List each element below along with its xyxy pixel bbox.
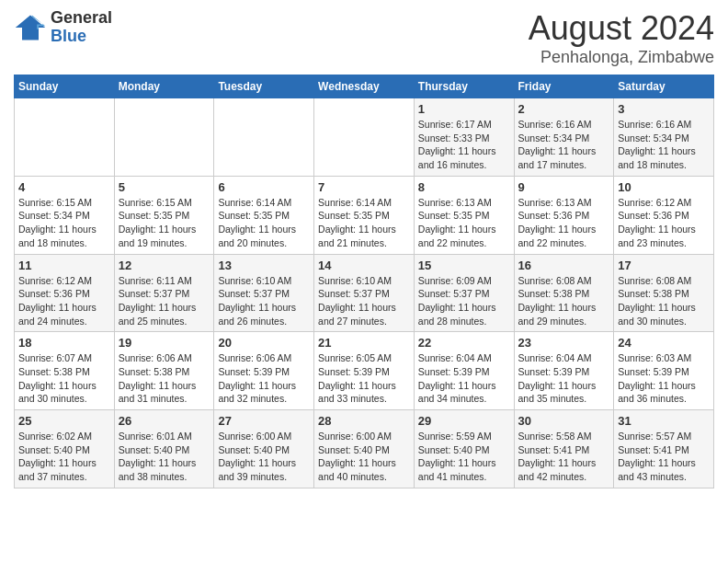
day-info: Sunrise: 5:59 AM Sunset: 5:40 PM Dayligh…: [418, 430, 510, 484]
day-info: Sunrise: 6:00 AM Sunset: 5:40 PM Dayligh…: [218, 430, 310, 484]
calendar-cell: 26Sunrise: 6:01 AM Sunset: 5:40 PM Dayli…: [114, 410, 214, 488]
calendar-week-row: 4Sunrise: 6:15 AM Sunset: 5:34 PM Daylig…: [15, 176, 714, 254]
calendar-week-row: 1Sunrise: 6:17 AM Sunset: 5:33 PM Daylig…: [15, 98, 714, 177]
day-info: Sunrise: 6:07 AM Sunset: 5:38 PM Dayligh…: [18, 351, 110, 406]
day-number: 20: [218, 336, 310, 350]
logo: General Blue: [14, 9, 112, 46]
day-number: 14: [318, 259, 410, 272]
day-number: 31: [618, 414, 710, 428]
logo-text: General Blue: [51, 9, 112, 46]
calendar-cell: [15, 98, 115, 177]
day-number: 29: [418, 414, 510, 428]
day-number: 16: [518, 259, 610, 272]
calendar-week-row: 25Sunrise: 6:02 AM Sunset: 5:40 PM Dayli…: [15, 410, 714, 488]
calendar-cell: 7Sunrise: 6:14 AM Sunset: 5:35 PM Daylig…: [314, 176, 415, 254]
logo-general: General: [51, 9, 112, 28]
day-number: 28: [318, 414, 410, 428]
day-info: Sunrise: 6:16 AM Sunset: 5:34 PM Dayligh…: [518, 118, 610, 172]
day-number: 30: [518, 414, 610, 428]
calendar-cell: 30Sunrise: 5:58 AM Sunset: 5:41 PM Dayli…: [514, 410, 614, 488]
page-header: General Blue August 2024 Penhalonga, Zim…: [14, 9, 714, 67]
day-info: Sunrise: 6:09 AM Sunset: 5:37 PM Dayligh…: [418, 274, 510, 328]
weekday-header-tuesday: Tuesday: [214, 75, 314, 98]
day-info: Sunrise: 6:12 AM Sunset: 5:36 PM Dayligh…: [618, 196, 710, 250]
calendar-cell: 13Sunrise: 6:10 AM Sunset: 5:37 PM Dayli…: [214, 254, 314, 332]
calendar-cell: 27Sunrise: 6:00 AM Sunset: 5:40 PM Dayli…: [214, 410, 314, 488]
day-number: 27: [218, 414, 310, 428]
day-number: 21: [318, 336, 410, 350]
calendar-cell: 21Sunrise: 6:05 AM Sunset: 5:39 PM Dayli…: [314, 332, 415, 410]
calendar-header: SundayMondayTuesdayWednesdayThursdayFrid…: [15, 75, 714, 98]
day-info: Sunrise: 6:13 AM Sunset: 5:36 PM Dayligh…: [518, 196, 610, 250]
day-info: Sunrise: 5:57 AM Sunset: 5:41 PM Dayligh…: [618, 430, 710, 484]
day-number: 4: [18, 180, 110, 194]
day-info: Sunrise: 6:14 AM Sunset: 5:35 PM Dayligh…: [318, 196, 410, 250]
day-info: Sunrise: 6:06 AM Sunset: 5:38 PM Dayligh…: [119, 351, 210, 406]
day-number: 10: [618, 180, 710, 194]
calendar-cell: 12Sunrise: 6:11 AM Sunset: 5:37 PM Dayli…: [114, 254, 214, 332]
day-info: Sunrise: 6:05 AM Sunset: 5:39 PM Dayligh…: [318, 351, 410, 406]
weekday-header-friday: Friday: [514, 75, 614, 98]
day-number: 5: [119, 180, 210, 194]
calendar-cell: 8Sunrise: 6:13 AM Sunset: 5:35 PM Daylig…: [414, 176, 514, 254]
day-info: Sunrise: 6:11 AM Sunset: 5:37 PM Dayligh…: [119, 274, 210, 328]
calendar-cell: 28Sunrise: 6:00 AM Sunset: 5:40 PM Dayli…: [314, 410, 415, 488]
calendar-cell: [214, 98, 314, 177]
day-info: Sunrise: 6:06 AM Sunset: 5:39 PM Dayligh…: [218, 351, 310, 406]
calendar-cell: 18Sunrise: 6:07 AM Sunset: 5:38 PM Dayli…: [15, 332, 115, 410]
day-info: Sunrise: 5:58 AM Sunset: 5:41 PM Dayligh…: [518, 430, 610, 484]
page-subtitle: Penhalonga, Zimbabwe: [529, 48, 714, 67]
calendar-cell: 10Sunrise: 6:12 AM Sunset: 5:36 PM Dayli…: [614, 176, 714, 254]
day-info: Sunrise: 6:08 AM Sunset: 5:38 PM Dayligh…: [518, 274, 610, 328]
day-info: Sunrise: 6:12 AM Sunset: 5:36 PM Dayligh…: [18, 274, 110, 328]
calendar-cell: [314, 98, 415, 177]
day-info: Sunrise: 6:04 AM Sunset: 5:39 PM Dayligh…: [418, 351, 510, 406]
day-info: Sunrise: 6:00 AM Sunset: 5:40 PM Dayligh…: [318, 430, 410, 484]
day-info: Sunrise: 6:17 AM Sunset: 5:33 PM Dayligh…: [418, 118, 510, 172]
calendar-cell: 2Sunrise: 6:16 AM Sunset: 5:34 PM Daylig…: [514, 98, 614, 177]
calendar-cell: 20Sunrise: 6:06 AM Sunset: 5:39 PM Dayli…: [214, 332, 314, 410]
day-number: 2: [518, 102, 610, 116]
weekday-header-row: SundayMondayTuesdayWednesdayThursdayFrid…: [15, 75, 714, 98]
day-number: 3: [618, 102, 710, 116]
calendar-cell: 11Sunrise: 6:12 AM Sunset: 5:36 PM Dayli…: [15, 254, 115, 332]
calendar-cell: 24Sunrise: 6:03 AM Sunset: 5:39 PM Dayli…: [614, 332, 714, 410]
calendar-week-row: 11Sunrise: 6:12 AM Sunset: 5:36 PM Dayli…: [15, 254, 714, 332]
weekday-header-saturday: Saturday: [614, 75, 714, 98]
weekday-header-wednesday: Wednesday: [314, 75, 415, 98]
calendar-cell: 14Sunrise: 6:10 AM Sunset: 5:37 PM Dayli…: [314, 254, 415, 332]
weekday-header-thursday: Thursday: [414, 75, 514, 98]
svg-marker-0: [16, 15, 45, 40]
day-number: 7: [318, 180, 410, 194]
day-info: Sunrise: 6:08 AM Sunset: 5:38 PM Dayligh…: [618, 274, 710, 328]
calendar-cell: 23Sunrise: 6:04 AM Sunset: 5:39 PM Dayli…: [514, 332, 614, 410]
day-info: Sunrise: 6:01 AM Sunset: 5:40 PM Dayligh…: [119, 430, 210, 484]
calendar-cell: 1Sunrise: 6:17 AM Sunset: 5:33 PM Daylig…: [414, 98, 514, 177]
calendar-cell: 15Sunrise: 6:09 AM Sunset: 5:37 PM Dayli…: [414, 254, 514, 332]
day-number: 24: [618, 336, 710, 350]
calendar-cell: [114, 98, 214, 177]
weekday-header-sunday: Sunday: [15, 75, 115, 98]
day-number: 1: [418, 102, 510, 116]
day-number: 18: [18, 336, 110, 350]
day-number: 8: [418, 180, 510, 194]
day-number: 26: [119, 414, 210, 428]
day-number: 23: [518, 336, 610, 350]
day-number: 25: [18, 414, 110, 428]
weekday-header-monday: Monday: [114, 75, 214, 98]
day-info: Sunrise: 6:02 AM Sunset: 5:40 PM Dayligh…: [18, 430, 110, 484]
calendar-cell: 5Sunrise: 6:15 AM Sunset: 5:35 PM Daylig…: [114, 176, 214, 254]
calendar-body: 1Sunrise: 6:17 AM Sunset: 5:33 PM Daylig…: [15, 98, 714, 488]
day-number: 15: [418, 259, 510, 272]
title-block: August 2024 Penhalonga, Zimbabwe: [529, 9, 714, 67]
calendar-cell: 17Sunrise: 6:08 AM Sunset: 5:38 PM Dayli…: [614, 254, 714, 332]
day-number: 17: [618, 259, 710, 272]
calendar-cell: 19Sunrise: 6:06 AM Sunset: 5:38 PM Dayli…: [114, 332, 214, 410]
day-info: Sunrise: 6:15 AM Sunset: 5:34 PM Dayligh…: [18, 196, 110, 250]
calendar-cell: 22Sunrise: 6:04 AM Sunset: 5:39 PM Dayli…: [414, 332, 514, 410]
calendar-cell: 6Sunrise: 6:14 AM Sunset: 5:35 PM Daylig…: [214, 176, 314, 254]
day-number: 12: [119, 259, 210, 272]
day-info: Sunrise: 6:03 AM Sunset: 5:39 PM Dayligh…: [618, 351, 710, 406]
day-info: Sunrise: 6:14 AM Sunset: 5:35 PM Dayligh…: [218, 196, 310, 250]
day-number: 11: [18, 259, 110, 272]
